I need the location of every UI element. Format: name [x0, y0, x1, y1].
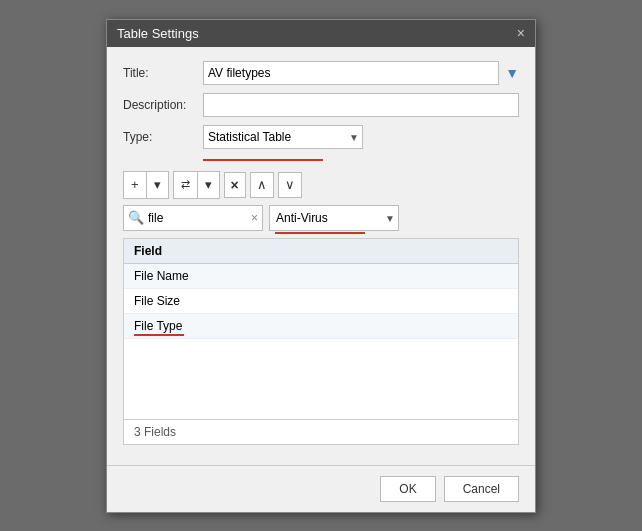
dialog-titlebar: Table Settings × [107, 20, 535, 47]
close-button[interactable]: × [517, 26, 525, 40]
add-button-group: + ▾ [123, 171, 169, 199]
description-input[interactable] [203, 93, 519, 117]
type-underline-decoration [203, 159, 323, 161]
ok-button[interactable]: OK [380, 476, 435, 502]
move-down-button[interactable]: ∨ [278, 172, 302, 198]
dialog-footer: OK Cancel [107, 465, 535, 512]
search-area: 🔍 × Anti-Virus Network System ▼ [123, 205, 519, 231]
field-table: Field File Name File Size File Type 3 Fi… [123, 238, 519, 445]
title-label: Title: [123, 66, 203, 80]
description-row: Description: [123, 93, 519, 117]
field-toolbar: + ▾ ⇄ ▾ × ∧ ∨ [123, 171, 519, 199]
dialog-body: Title: ▼ Description: Type: Statistical … [107, 47, 535, 455]
description-label: Description: [123, 98, 203, 112]
move-up-button[interactable]: ∧ [250, 172, 274, 198]
move-button[interactable]: ⇄ [174, 172, 197, 198]
search-input[interactable] [148, 211, 228, 225]
dialog-title: Table Settings [117, 26, 199, 41]
table-row[interactable]: File Size [124, 289, 518, 314]
category-underline-decoration [275, 232, 365, 234]
table-row[interactable]: File Name [124, 264, 518, 289]
type-label: Type: [123, 130, 203, 144]
category-select-wrapper: Anti-Virus Network System ▼ [269, 205, 399, 231]
field-table-empty-area [124, 339, 518, 419]
type-select-wrapper: Statistical Table Simple Table Summary T… [203, 125, 363, 149]
search-box: 🔍 × [123, 205, 263, 231]
table-settings-dialog: Table Settings × Title: ▼ Description: T… [106, 19, 536, 513]
type-row: Type: Statistical Table Simple Table Sum… [123, 125, 519, 149]
cancel-button[interactable]: Cancel [444, 476, 519, 502]
field-table-header: Field [124, 239, 518, 264]
field-table-footer: 3 Fields [124, 419, 518, 444]
move-dropdown-button[interactable]: ▾ [197, 172, 219, 198]
type-select[interactable]: Statistical Table Simple Table Summary T… [203, 125, 363, 149]
search-clear-button[interactable]: × [251, 211, 258, 225]
add-dropdown-button[interactable]: ▾ [146, 172, 168, 198]
category-select[interactable]: Anti-Virus Network System [269, 205, 399, 231]
add-button[interactable]: + [124, 172, 146, 198]
filter-icon: ▼ [505, 65, 519, 81]
file-type-label: File Type [134, 319, 182, 333]
table-row[interactable]: File Type [124, 314, 518, 339]
search-icon: 🔍 [128, 210, 144, 225]
title-row: Title: ▼ [123, 61, 519, 85]
file-type-underline-decoration [134, 334, 184, 336]
move-button-group: ⇄ ▾ [173, 171, 220, 199]
title-input[interactable] [203, 61, 499, 85]
delete-button[interactable]: × [224, 172, 246, 198]
